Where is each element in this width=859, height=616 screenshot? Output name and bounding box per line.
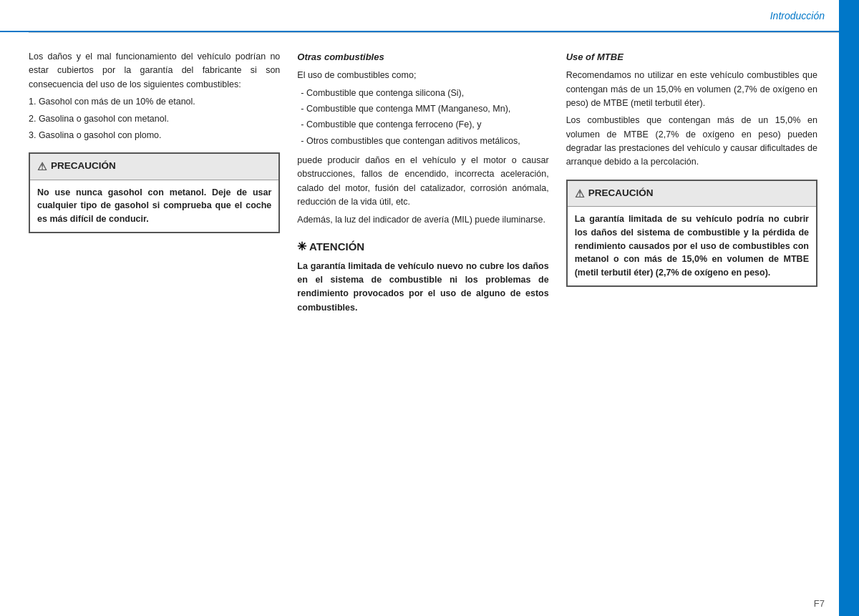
col3-caution-body: La garantía limitada de su vehículo podr… [568, 207, 816, 285]
list-item: 3. Gasolina o gasohol con plomo. [29, 129, 280, 142]
list-item: 1. Gasohol con más de un 10% de etanol. [29, 95, 280, 109]
list-item: Combustible que contenga ferroceno (Fe),… [301, 118, 548, 132]
footer-bar: F7 [0, 591, 839, 616]
column-3: Use of MTBE Recomendamos no utilizar en … [558, 50, 817, 577]
col2-body1: puede producir daños en el vehículo y el… [297, 154, 548, 210]
warning-icon: ⚠ [37, 158, 47, 175]
asterisk-icon: ✳ [297, 240, 306, 253]
header-line [29, 32, 839, 33]
col1-caution-title: PRECAUCIÓN [51, 159, 116, 174]
list-item: Otros combustibles que contengan aditivo… [301, 135, 548, 148]
list-item: 2. Gasolina o gasohol con metanol. [29, 112, 280, 126]
warning-icon-2: ⚠ [575, 185, 584, 202]
header-title: Introducción [770, 10, 825, 21]
col2-attention-box: ✳ ATENCIÓN La garantía limitada de vehíc… [297, 238, 548, 315]
col3-body1: Recomendamos no utilizar en este vehícul… [566, 69, 817, 110]
list-item: Combustible que contenga silicona (Si), [301, 87, 548, 100]
col3-section-title: Use of MTBE [566, 50, 817, 64]
footer-page: F7 [814, 598, 825, 609]
col3-body2: Los combustibles que contengan más de un… [566, 114, 817, 170]
col1-caution-box: ⚠ PRECAUCIÓN No use nunca gasohol con me… [29, 152, 280, 233]
col2-section-title: Otras combustibles [297, 50, 548, 64]
column-1: Los daños y el mal funcionamiento del ve… [29, 50, 288, 577]
content-area: Los daños y el mal funcionamiento del ve… [0, 36, 839, 591]
col3-caution-header: ⚠ PRECAUCIÓN [568, 181, 816, 207]
column-2: Otras combustibles El uso de combustible… [288, 50, 557, 577]
col2-dash-list: Combustible que contenga silicona (Si), … [297, 87, 548, 149]
sidebar-right [839, 0, 859, 616]
col2-attention-body: La garantía limitada de vehículo nuevo n… [297, 260, 548, 316]
col1-intro: Los daños y el mal funcionamiento del ve… [29, 50, 280, 92]
col3-caution-box: ⚠ PRECAUCIÓN La garantía limitada de su … [566, 180, 817, 287]
header-bar: Introducción [0, 0, 839, 32]
col2-intro: El uso de combustibles como; [297, 69, 548, 82]
col3-caution-title: PRECAUCIÓN [588, 186, 654, 201]
col2-attention-title: ATENCIÓN [309, 240, 364, 253]
list-item: Combustible que contenga MMT (Manganeso,… [301, 102, 548, 116]
col1-caution-header: ⚠ PRECAUCIÓN [30, 154, 278, 180]
col1-numbered-list: 1. Gasohol con más de un 10% de etanol. … [29, 95, 280, 142]
col2-attention-header: ✳ ATENCIÓN [297, 238, 548, 256]
col2-body2: Además, la luz del indicador de avería (… [297, 213, 548, 227]
col1-caution-body: No use nunca gasohol con metanol. Deje d… [30, 180, 278, 232]
